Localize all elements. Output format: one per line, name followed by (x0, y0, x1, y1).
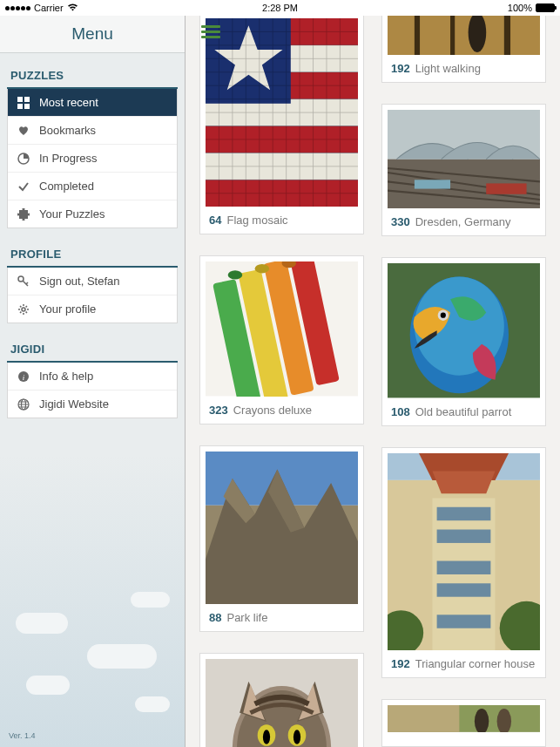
status-bar: Carrier 2:28 PM 100% (0, 0, 560, 16)
sidebar-item-in-progress[interactable]: In Progress (8, 145, 177, 173)
group-header: PROFILE (7, 242, 178, 268)
svg-point-26 (228, 270, 242, 279)
clouds-decoration (0, 573, 185, 747)
sidebar-item-completed[interactable]: Completed (8, 173, 177, 200)
sidebar-item-label: Sign out, Stefan (39, 275, 120, 288)
status-time: 2:28 PM (262, 3, 298, 13)
puzzle-title: Flag mosaic (226, 214, 287, 227)
puzzle-title: Light walking (415, 62, 481, 75)
sidebar-title: Menu (0, 16, 185, 53)
status-right: 100% (508, 3, 555, 13)
svg-rect-50 (504, 16, 510, 55)
puzzle-thumbnail (388, 16, 540, 55)
svg-rect-2 (17, 104, 23, 109)
puzzle-icon (17, 208, 30, 221)
puzzle-thumbnail (388, 263, 540, 397)
puzzle-grid[interactable]: 64 Flag mosaic (186, 16, 560, 747)
svg-rect-49 (450, 16, 455, 55)
puzzle-card[interactable]: 192 Triangular corner house (381, 447, 546, 678)
svg-rect-48 (415, 16, 420, 55)
sidebar-item-sign-out[interactable]: Sign out, Stefan (8, 268, 177, 295)
heart-icon (17, 125, 30, 137)
piece-count: 192 (391, 657, 410, 670)
svg-point-27 (255, 264, 269, 273)
svg-rect-70 (437, 615, 491, 628)
svg-point-43 (263, 730, 270, 744)
check-icon (17, 180, 30, 193)
svg-marker-64 (432, 471, 495, 493)
sidebar-item-label: Jigidi Website (39, 397, 109, 411)
piece-count: 64 (209, 214, 221, 227)
sidebar-item-your-profile[interactable]: Your profile (8, 295, 177, 323)
puzzle-title: Park life (226, 611, 267, 624)
puzzle-title: Crayons deluxe (233, 404, 312, 417)
svg-point-44 (293, 730, 300, 744)
grid-icon (17, 97, 30, 109)
status-left: Carrier (5, 2, 78, 14)
sidebar: Menu PUZZLES Most recent Bookmarks In P (0, 16, 186, 747)
svg-point-6 (22, 308, 25, 311)
column-left: 64 Flag mosaic (199, 16, 364, 747)
svg-rect-3 (24, 104, 30, 109)
sidebar-item-info-help[interactable]: i Info & help (8, 363, 177, 390)
sidebar-item-label: Bookmarks (39, 124, 96, 137)
puzzle-card[interactable]: 330 Dresden, Germany (381, 104, 546, 236)
puzzle-card[interactable]: 64 Flag mosaic (199, 16, 364, 234)
sidebar-item-label: Completed (39, 180, 94, 193)
puzzle-card[interactable] (199, 653, 364, 747)
group-header: JIGIDI (7, 337, 178, 363)
piece-count: 108 (391, 405, 410, 418)
sidebar-item-label: Your Puzzles (39, 207, 105, 221)
puzzle-title: Triangular corner house (415, 657, 536, 670)
puzzle-title: Old beautiful parrot (415, 405, 512, 418)
info-icon: i (17, 370, 30, 383)
puzzle-card[interactable]: 192 Light walking (381, 16, 546, 83)
group-puzzles: PUZZLES Most recent Bookmarks In Progres… (7, 64, 178, 228)
sidebar-item-website[interactable]: Jigidi Website (8, 390, 177, 418)
puzzle-card[interactable]: 108 Old beautiful parrot (381, 257, 546, 425)
sidebar-item-your-puzzles[interactable]: Your Puzzles (8, 200, 177, 227)
svg-rect-1 (24, 97, 30, 102)
piece-count: 330 (391, 215, 410, 228)
piece-count: 192 (391, 62, 410, 75)
piece-count: 323 (209, 404, 228, 417)
puzzle-card[interactable]: 323 Crayons deluxe (199, 255, 364, 424)
puzzle-card[interactable]: 88 Park life (199, 445, 364, 632)
svg-rect-54 (486, 183, 526, 194)
puzzle-thumbnail (206, 452, 358, 604)
svg-rect-69 (437, 583, 491, 596)
column-right: 192 Light walking (381, 16, 546, 747)
puzzle-card[interactable] (381, 699, 546, 747)
piece-count: 88 (209, 611, 221, 624)
svg-rect-68 (437, 560, 491, 574)
key-icon (17, 275, 30, 288)
carrier-label: Carrier (34, 3, 64, 13)
sidebar-item-label: Most recent (39, 96, 98, 109)
puzzle-title: Dresden, Germany (415, 215, 511, 228)
content-area: 64 Flag mosaic (186, 16, 560, 747)
sidebar-item-label: In Progress (39, 152, 97, 165)
hamburger-icon[interactable] (201, 23, 220, 41)
sidebar-item-most-recent[interactable]: Most recent (8, 89, 177, 117)
puzzle-thumbnail (206, 261, 358, 396)
svg-rect-66 (437, 506, 491, 520)
puzzle-thumbnail (388, 453, 540, 650)
battery-icon (536, 3, 555, 12)
group-jigidi: JIGIDI i Info & help Jigidi Website (7, 337, 178, 418)
svg-rect-0 (17, 97, 23, 102)
sidebar-item-label: Your profile (39, 302, 96, 316)
gear-icon (17, 303, 30, 316)
battery-pct: 100% (508, 3, 532, 13)
puzzle-thumbnail (388, 110, 540, 208)
svg-point-60 (441, 313, 446, 318)
version-label: Ver. 1.4 (9, 731, 36, 740)
wifi-icon (67, 2, 78, 14)
svg-rect-74 (388, 705, 459, 732)
svg-rect-67 (437, 529, 491, 542)
puzzle-thumbnail (206, 18, 358, 207)
group-header: PUZZLES (7, 64, 178, 89)
sidebar-groups: PUZZLES Most recent Bookmarks In Progres… (0, 53, 185, 432)
sidebar-item-bookmarks[interactable]: Bookmarks (8, 117, 177, 145)
pie-icon (17, 153, 30, 165)
signal-icon (5, 6, 30, 10)
